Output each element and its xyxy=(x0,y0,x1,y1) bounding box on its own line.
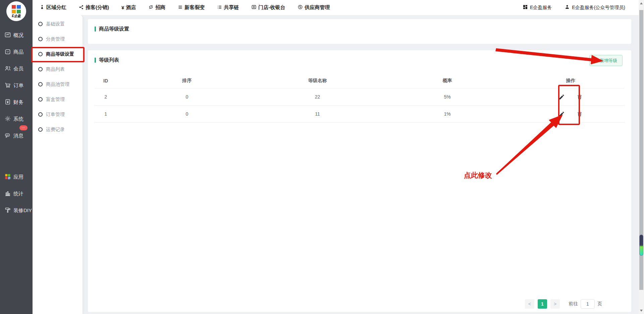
goto-label: 前往 xyxy=(569,301,578,307)
accent-bar-icon xyxy=(95,58,96,63)
panel-title: 等级列表 xyxy=(99,57,119,63)
cell-level-name: 11 xyxy=(257,111,378,117)
submenu-sidebar: 基础设置 分类管理 商品等级设置 商品列表 商品池管理 盲盒管理 订单管理 运费… xyxy=(33,15,83,314)
message-chat-icon xyxy=(4,132,11,140)
cell-sort: 0 xyxy=(117,111,257,117)
sidebar-item-decorate-diy[interactable]: 装修DIY xyxy=(0,204,33,216)
sidebar-item-overview[interactable]: 概况 xyxy=(0,29,33,41)
goto-page-input[interactable] xyxy=(581,299,595,309)
bullet-icon xyxy=(38,37,43,41)
topnav-item-store-cashier[interactable]: 门店-收银台 xyxy=(251,4,285,11)
topnav-item-investment[interactable]: 招商 xyxy=(148,4,165,11)
top-bar: 区域分红 推客(分销) ¥ 酒店 招商 新客裂变 共享链 门店-收银台 供应商管 xyxy=(33,0,639,15)
orders-cart-icon xyxy=(4,82,11,89)
level-table: ID 排序 等级名称 概率 操作 2 0 22 5% 1 0 11 xyxy=(95,73,625,123)
yen-icon: ¥ xyxy=(121,5,124,10)
topnav-item-region-dividend[interactable]: 区域分红 xyxy=(40,4,66,11)
recycle-icon xyxy=(148,4,154,11)
pagination-page-1[interactable]: 1 xyxy=(538,299,547,309)
page-title-card: 商品等级设置 xyxy=(88,19,631,44)
topnav-item-supplier[interactable]: 供应商管理 xyxy=(298,4,330,11)
menu-lines-icon xyxy=(178,5,183,11)
sidebar-item-goods[interactable]: 商品 xyxy=(0,46,33,58)
supplier-icon xyxy=(298,4,303,11)
pencil-icon xyxy=(558,94,565,100)
sidebar-item-finance[interactable]: 财务 xyxy=(0,96,33,108)
submenu-item-goods-level[interactable]: 商品等级设置 xyxy=(33,47,83,62)
add-level-button[interactable]: + 新增等级 xyxy=(589,55,623,66)
pagination-prev-button[interactable]: < xyxy=(525,299,534,309)
table-row: 2 0 22 5% xyxy=(95,88,625,106)
cell-rate: 1% xyxy=(378,111,517,117)
edit-button[interactable] xyxy=(557,109,566,119)
annotation-text: 点此修改 xyxy=(464,171,492,180)
col-header-actions: 操作 xyxy=(517,78,625,84)
cell-id: 2 xyxy=(95,94,117,100)
brand-logo-text: E企盈 xyxy=(12,14,21,18)
system-gear-icon xyxy=(4,115,11,123)
bullet-icon xyxy=(38,82,43,86)
brand-logo[interactable]: E企盈 xyxy=(6,1,26,21)
overview-chart-icon xyxy=(4,32,11,39)
edit-button[interactable] xyxy=(557,92,566,102)
submenu-item-goods-pool[interactable]: 商品池管理 xyxy=(33,77,83,92)
topnav-item-new-customer[interactable]: 新客裂变 xyxy=(178,4,205,11)
submenu-item-order-mgmt[interactable]: 订单管理 xyxy=(33,107,83,122)
account-menu[interactable]: E企盈服务(公众号管理员) xyxy=(565,4,625,11)
message-badge: ... xyxy=(19,125,28,130)
submenu-item-category[interactable]: 分类管理 xyxy=(33,32,83,47)
app-sidebar: E企盈 概况 商品 会员 订单 财务 系统 消息 xyxy=(0,0,33,314)
delete-button[interactable] xyxy=(575,92,584,102)
trash-icon xyxy=(577,111,583,117)
bullet-icon xyxy=(38,52,43,56)
page-title: 商品等级设置 xyxy=(99,26,129,32)
sidebar-item-system[interactable]: 系统 xyxy=(0,113,33,125)
pagination: < 1 > 前往 页 xyxy=(525,299,602,309)
table-row: 1 0 11 1% xyxy=(95,106,625,123)
workspace-grid-icon xyxy=(523,4,528,11)
sidebar-item-messages[interactable]: 消息 xyxy=(0,130,33,142)
scroll-down-icon[interactable] xyxy=(640,310,643,312)
store-icon xyxy=(251,4,257,11)
col-header-rate: 概率 xyxy=(378,78,517,84)
submenu-item-blind-box[interactable]: 盲盒管理 xyxy=(33,92,83,107)
topnav-item-promoter[interactable]: 推客(分销) xyxy=(79,4,109,11)
sidebar-item-apps[interactable]: 应用 xyxy=(0,171,33,183)
pagination-next-button[interactable]: > xyxy=(550,299,560,309)
cell-rate: 5% xyxy=(378,94,517,100)
topnav-item-share-chain[interactable]: 共享链 xyxy=(217,4,239,11)
bullet-icon xyxy=(38,67,43,71)
submenu-item-goods-list[interactable]: 商品列表 xyxy=(33,62,83,77)
stats-bars-icon xyxy=(4,190,11,198)
person-pawn-icon xyxy=(40,4,45,11)
top-nav: 区域分红 推客(分销) ¥ 酒店 招商 新客裂变 共享链 门店-收银台 供应商管 xyxy=(33,4,330,11)
sidebar-item-members[interactable]: 会员 xyxy=(0,63,33,75)
submenu-item-freight[interactable]: 运费记录 xyxy=(33,122,83,137)
decorate-roller-icon xyxy=(4,207,11,214)
col-header-sort: 排序 xyxy=(117,78,257,84)
scroll-indicator-pill xyxy=(639,235,643,256)
topnav-item-hotel[interactable]: ¥ 酒店 xyxy=(121,4,136,11)
workspace-switcher[interactable]: E企盈服务 xyxy=(523,4,552,11)
list-icon xyxy=(217,5,222,11)
members-icon xyxy=(4,65,11,73)
plus-icon: + xyxy=(595,58,598,63)
accent-bar-icon xyxy=(95,26,96,32)
main-content: 商品等级设置 等级列表 + 新增等级 ID 排序 等级名称 概率 操作 2 0 … xyxy=(83,15,639,314)
vertical-scrollbar[interactable] xyxy=(639,0,644,314)
sidebar-item-orders[interactable]: 订单 xyxy=(0,79,33,91)
cell-level-name: 22 xyxy=(257,94,378,100)
submenu-item-basic-settings[interactable]: 基础设置 xyxy=(33,16,83,32)
scroll-up-icon[interactable] xyxy=(640,2,643,4)
col-header-level-name: 等级名称 xyxy=(257,78,378,84)
delete-button[interactable] xyxy=(575,109,584,119)
level-list-card: 等级列表 + 新增等级 ID 排序 等级名称 概率 操作 2 0 22 5% xyxy=(88,50,631,312)
bullet-icon xyxy=(38,97,43,102)
bullet-icon xyxy=(38,127,43,132)
table-header-row: ID 排序 等级名称 概率 操作 xyxy=(95,73,625,88)
finance-icon xyxy=(4,99,11,106)
sidebar-item-stats[interactable]: 统计 xyxy=(0,188,33,200)
share-icon xyxy=(79,5,84,11)
bullet-icon xyxy=(38,112,43,117)
brand-logo-icon xyxy=(12,5,21,13)
